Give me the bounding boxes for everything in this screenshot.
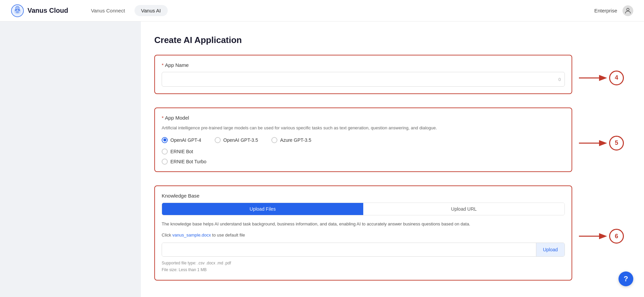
user-avatar[interactable] (623, 5, 633, 16)
kb-label: Knowledge Base (162, 193, 565, 199)
kb-file-types: Supported file type: .csv .docx .md .pdf (162, 260, 565, 266)
main-nav: Vanus Connect Vanus AI (84, 5, 594, 16)
kb-sample-suffix: to use default file (211, 232, 245, 238)
arrow-5-icon (579, 140, 609, 146)
app-name-input-wrapper: 0 (162, 72, 565, 87)
model-option-azure-gpt35[interactable]: Azure GPT-3.5 (271, 137, 311, 143)
model-azure-gpt35-label: Azure GPT-3.5 (280, 137, 311, 143)
main-content: Create AI Application * App Name 0 (0, 22, 644, 297)
form-buttons-row: Cancel Create 7 (154, 294, 624, 297)
svg-point-7 (627, 8, 629, 10)
app-name-section: * App Name 0 (154, 55, 572, 94)
form-buttons: Cancel Create (154, 294, 572, 297)
kb-sample-prefix: Click (162, 232, 172, 238)
annotation-5: 5 (579, 136, 624, 151)
circle-5: 5 (609, 136, 624, 151)
kb-description: The knowledge base helps AI understand t… (162, 221, 565, 228)
kb-tab-upload-files[interactable]: Upload Files (162, 203, 363, 215)
logo-area[interactable]: Vanus Cloud (11, 4, 68, 17)
kb-tab-upload-url[interactable]: Upload URL (363, 203, 565, 215)
radio-azure-gpt35[interactable] (271, 137, 277, 143)
kb-file-size: File size: Less than 1 MB (162, 267, 565, 273)
annotation-6: 6 (579, 229, 624, 244)
required-star-name: * (162, 62, 164, 68)
kb-tabs: Upload Files Upload URL (162, 203, 565, 215)
app-model-label-text: App Model (165, 115, 189, 121)
model-option-gpt35[interactable]: OpenAI GPT-3.5 (215, 137, 258, 143)
svg-point-4 (16, 11, 19, 13)
circle-4: 4 (609, 71, 624, 85)
radio-gpt4[interactable] (162, 137, 168, 143)
kb-sample-link[interactable]: vanus_sample.docx (172, 232, 211, 238)
form-area: Create AI Application * App Name 0 (141, 22, 644, 297)
model-ernie-bot-label: ERNIE Bot (170, 149, 193, 154)
char-count: 0 (558, 77, 561, 82)
nav-vanus-ai[interactable]: Vanus AI (135, 5, 168, 16)
nav-vanus-connect[interactable]: Vanus Connect (84, 5, 131, 16)
model-gpt4-label: OpenAI GPT-4 (170, 137, 201, 143)
radio-ernie-turbo[interactable] (162, 159, 168, 165)
app-model-label: * App Model (162, 115, 565, 121)
kb-upload-button[interactable]: Upload (536, 243, 565, 256)
arrow-6-icon (579, 233, 609, 240)
app-name-label-text: App Name (165, 62, 189, 68)
model-option-gpt4[interactable]: OpenAI GPT-4 (162, 137, 201, 143)
header: Vanus Cloud Vanus Connect Vanus AI Enter… (0, 0, 644, 22)
circle-6: 6 (609, 229, 624, 244)
header-right: Enterprise (594, 5, 633, 16)
kb-file-info: Supported file type: .csv .docx .md .pdf… (162, 260, 565, 273)
kb-file-input[interactable] (162, 243, 536, 256)
page-title: Create AI Application (154, 35, 624, 45)
app-name-label: * App Name (162, 62, 565, 68)
logo-text: Vanus Cloud (28, 7, 68, 14)
annotation-4: 4 (579, 71, 624, 85)
kb-upload-row: Upload (162, 243, 565, 257)
logo-icon (11, 4, 24, 17)
arrow-4-icon (579, 75, 609, 81)
model-option-ernie-bot[interactable]: ERNIE Bot (162, 148, 565, 155)
knowledge-base-section: Knowledge Base Upload Files Upload URL T… (154, 185, 572, 281)
model-option-ernie-turbo[interactable]: ERNIE Bot Turbo (162, 159, 206, 165)
user-icon (624, 7, 632, 14)
model-ernie-turbo-label: ERNIE Bot Turbo (170, 159, 206, 164)
app-name-input[interactable] (162, 72, 565, 87)
svg-point-6 (16, 7, 18, 9)
app-model-section: * App Model Artificial intelligence pre-… (154, 108, 572, 172)
radio-ernie-bot[interactable] (162, 148, 168, 155)
kb-label-text: Knowledge Base (162, 193, 200, 199)
help-button[interactable]: ? (619, 271, 633, 286)
sidebar (0, 22, 141, 297)
enterprise-label[interactable]: Enterprise (594, 8, 617, 13)
radio-gpt35[interactable] (215, 137, 221, 143)
model-description: Artificial intelligence pre-trained larg… (162, 125, 565, 132)
kb-sample-text: Click vanus_sample.docx to use default f… (162, 232, 565, 239)
model-radio-options: OpenAI GPT-4 OpenAI GPT-3.5 Azure GPT-3.… (162, 137, 565, 165)
required-star-model: * (162, 115, 164, 121)
model-gpt35-label: OpenAI GPT-3.5 (223, 137, 258, 143)
